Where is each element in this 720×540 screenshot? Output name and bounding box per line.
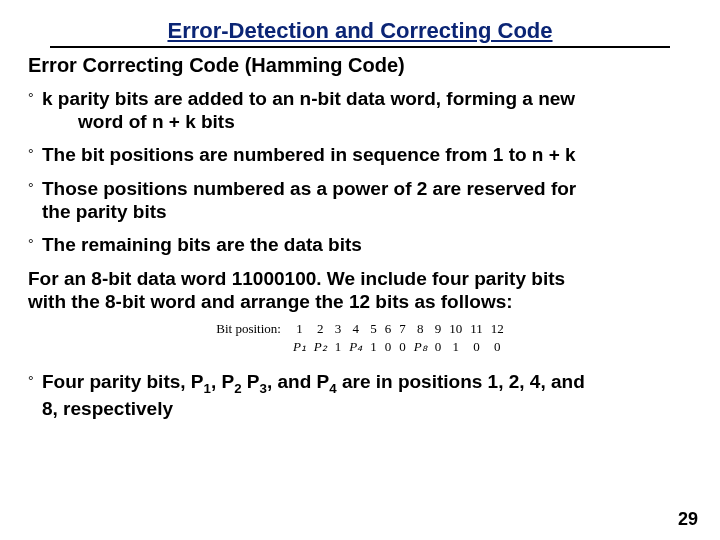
subscript: 1: [204, 380, 211, 395]
bit-cell: P₈: [410, 338, 431, 356]
pos-cell: 3: [331, 320, 346, 338]
page-number: 29: [678, 509, 698, 530]
bit-cell: P₁: [289, 338, 310, 356]
pos-cell: 5: [366, 320, 381, 338]
pos-cell: 11: [466, 320, 487, 338]
bit-position-table: Bit position: 1 2 3 4 5 6 7 8 9 10 11 12…: [28, 320, 692, 356]
pos-cell: 1: [289, 320, 310, 338]
bullet-mark: °: [28, 143, 42, 165]
pos-cell: 10: [445, 320, 466, 338]
slide: Error-Detection and Correcting Code Erro…: [0, 0, 720, 540]
bullet-4: ° The remaining bits are the data bits: [28, 233, 692, 256]
pos-cell: 12: [487, 320, 508, 338]
bullet-text: word of n + k bits: [42, 111, 235, 132]
bullet-text: , P: [211, 371, 234, 392]
bit-cell: 1: [366, 338, 381, 356]
pos-cell: 8: [410, 320, 431, 338]
subscript: 3: [260, 380, 267, 395]
pos-cell: 7: [395, 320, 410, 338]
pos-cell: 2: [310, 320, 331, 338]
bit-cell: P₄: [345, 338, 366, 356]
slide-title: Error-Detection and Correcting Code: [50, 18, 670, 48]
bit-cell: 1: [445, 338, 466, 356]
bullet-text: k parity bits are added to an n-bit data…: [42, 88, 575, 109]
bit-cell: 0: [431, 338, 446, 356]
example-text: For an 8-bit data word 11000100. We incl…: [28, 268, 692, 314]
pos-cell: 4: [345, 320, 366, 338]
bullet-5: ° Four parity bits, P1, P2 P3, and P4 ar…: [28, 370, 692, 420]
bit-cell: 0: [466, 338, 487, 356]
bullet-text: are in positions 1, 2, 4, and: [337, 371, 585, 392]
bullet-text: 8, respectively: [42, 398, 173, 419]
bullet-text: The remaining bits are the data bits: [42, 233, 692, 256]
bullet-mark: °: [28, 87, 42, 109]
subscript: 2: [234, 380, 241, 395]
bullet-mark: °: [28, 370, 42, 392]
bullet-text: P: [242, 371, 260, 392]
bullet-mark: °: [28, 177, 42, 199]
bullet-text: Four parity bits, P: [42, 371, 204, 392]
bullet-text: the parity bits: [42, 201, 167, 222]
subscript: 4: [329, 380, 336, 395]
bullet-1: ° k parity bits are added to an n-bit da…: [28, 87, 692, 133]
table-label: Bit position:: [212, 320, 289, 338]
bullet-3: ° Those positions numbered as a power of…: [28, 177, 692, 223]
pos-cell: 6: [381, 320, 396, 338]
bullet-text: The bit positions are numbered in sequen…: [42, 143, 692, 166]
bit-cell: P₂: [310, 338, 331, 356]
bullet-mark: °: [28, 233, 42, 255]
bit-cell: 0: [381, 338, 396, 356]
bit-cell: 0: [487, 338, 508, 356]
pos-cell: 9: [431, 320, 446, 338]
example-line: with the 8-bit word and arrange the 12 b…: [28, 291, 513, 312]
bullet-text: , and P: [267, 371, 329, 392]
bullet-text: Those positions numbered as a power of 2…: [42, 178, 576, 199]
slide-subtitle: Error Correcting Code (Hamming Code): [28, 54, 692, 77]
example-line: For an 8-bit data word 11000100. We incl…: [28, 268, 565, 289]
bit-cell: 0: [395, 338, 410, 356]
bit-cell: 1: [331, 338, 346, 356]
bullet-2: ° The bit positions are numbered in sequ…: [28, 143, 692, 166]
